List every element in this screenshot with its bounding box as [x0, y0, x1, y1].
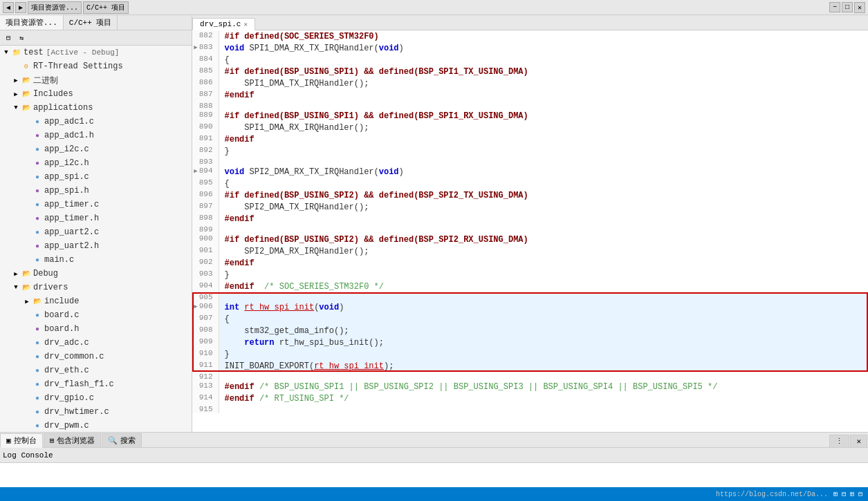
line-code-896: #if defined(BSP_USING_SPI2) && defined(B… [219, 189, 868, 201]
line-code-892: } [219, 145, 868, 157]
tree-label-drv-adcc: drv_adc.c [44, 338, 89, 348]
code-token: stm32_get_dma_info(); [225, 326, 349, 336]
window-restore[interactable]: □ [842, 2, 853, 12]
code-tab-drv-spi[interactable]: drv_spi.c ✕ [192, 18, 255, 30]
tree-item-app-i2ch[interactable]: ●app_i2c.h [0, 156, 192, 170]
line-number-909: 909 [192, 337, 219, 348]
file-icon-drv-hwtimerc: ● [32, 406, 43, 417]
file-icon-drv-gpioc: ● [32, 393, 43, 404]
code-line-904: 904#endif /* SOC_SERIES_STM32F0 */ [192, 281, 868, 292]
code-token: } [225, 270, 230, 280]
tree-item-drivers[interactable]: ▼ 📂 drivers [0, 281, 192, 294]
bottom-tab-console[interactable]: ▣ 控制台 [0, 433, 43, 448]
bottom-view-menu-btn[interactable]: ⋮ [829, 435, 849, 447]
tree-item-boardh[interactable]: ●board.h [0, 322, 192, 336]
fold-arrow-883[interactable]: ▶ [194, 44, 197, 51]
arrow-test[interactable]: ▼ [1, 49, 11, 56]
tree-label-app-adc1h: app_adc1.h [44, 131, 94, 140]
tree-item-binary[interactable]: ▶ 📂 二进制 [0, 73, 192, 87]
arrow-debug[interactable]: ▶ [11, 270, 21, 278]
link-editor-btn[interactable]: ⇆ [16, 32, 27, 44]
line-code-911: INIT_BOARD_EXPORT(rt_hw_spi_init); [219, 360, 868, 372]
window-minimize[interactable]: − [829, 2, 840, 12]
tree-item-boardc[interactable]: ●board.c [0, 308, 192, 322]
file-icon-app-timerh: ● [32, 213, 43, 224]
bottom-close-btn[interactable]: ✕ [850, 435, 867, 447]
code-token: ( [374, 167, 379, 177]
sidebar-tab-explorer[interactable]: 项目资源管... [0, 15, 64, 30]
code-token: SPI1_DMA_RX_IRQHandler(); [225, 123, 369, 133]
arrow-drivers[interactable]: ▼ [11, 284, 21, 291]
status-url: https://blog.csdn.net/Da... [716, 491, 828, 498]
tree-item-drv-flash-f1c[interactable]: ●drv_flash_f1.c [0, 377, 192, 391]
tree-item-app-timerc[interactable]: ●app_timer.c [0, 198, 192, 211]
bottom-panel: ▣ 控制台 ⊞ 包含浏览器 🔍 搜索 ⋮ ✕ Log Console [0, 432, 868, 487]
line-number-908: 908 [192, 325, 219, 337]
line-code-912 [219, 372, 868, 381]
sidebar-tree[interactable]: ▼ 📁 test [Active - Debug] ⚙ RT-Thread Se… [0, 46, 192, 432]
bottom-search-icon: 🔍 [108, 436, 118, 445]
tree-item-app-i2cc[interactable]: ●app_i2c.c [0, 142, 192, 156]
tree-item-rtt-settings[interactable]: ⚙ RT-Thread Settings [0, 59, 192, 73]
collapse-all-btn[interactable]: ⊟ [3, 32, 14, 44]
tree-item-drv-hwtimerc[interactable]: ●drv_hwtimer.c [0, 405, 192, 419]
code-line-912: 912 [192, 372, 868, 381]
bottom-content-area[interactable] [0, 463, 868, 487]
code-line-900: 900#if defined(BSP_USING_SPI2) && define… [192, 234, 868, 245]
tree-item-app-adc1c[interactable]: ●app_adc1.c [0, 115, 192, 129]
tree-item-app-spic[interactable]: ●app_spi.c [0, 170, 192, 184]
file-icon-app-i2cc: ● [32, 144, 43, 155]
line-number-885: 885 [192, 66, 219, 77]
arrow-include-folder[interactable]: ▶ [22, 298, 32, 305]
tree-item-app-uart2h[interactable]: ●app_uart2.h [0, 239, 192, 253]
tree-item-drv-gpioc[interactable]: ●drv_gpio.c [0, 391, 192, 405]
tree-item-app-timerh[interactable]: ●app_timer.h [0, 211, 192, 225]
code-content[interactable]: 882#if defined(SOC_SERIES_STM32F0)▶883vo… [192, 30, 868, 432]
tree-root-test[interactable]: ▼ 📁 test [Active - Debug] [0, 46, 192, 59]
fold-arrow-906[interactable]: ▶ [194, 303, 197, 310]
tree-item-app-uart2c[interactable]: ●app_uart2.c [0, 225, 192, 239]
window-close[interactable]: ✕ [854, 2, 865, 13]
file-icon-drv-flash-f1c: ● [32, 379, 43, 390]
arrow-includes[interactable]: ▶ [11, 91, 21, 98]
tree-label-includes: Includes [33, 89, 73, 99]
tree-item-includes[interactable]: ▶ 📂 Includes [0, 87, 192, 101]
code-token: #if defined(BSP_USING_SPI1) && defined(B… [225, 67, 528, 77]
tree-item-drv-pwmc[interactable]: ●drv_pwm.c [0, 419, 192, 432]
file-icon-drv-ethc: ● [32, 365, 43, 376]
code-line-886: 886 SPI1_DMA_TX_IRQHandler(); [192, 77, 868, 89]
tree-item-debug[interactable]: ▶ 📂 Debug [0, 267, 192, 281]
line-code-888 [219, 101, 868, 110]
tree-item-mainc[interactable]: ●main.c [0, 253, 192, 267]
line-code-899 [219, 225, 868, 234]
tree-item-drv-ethc[interactable]: ●drv_eth.c [0, 363, 192, 377]
code-tabs: drv_spi.c ✕ [192, 15, 868, 30]
file-icon-boardh: ● [32, 323, 43, 334]
code-line-911: 911INIT_BOARD_EXPORT(rt_hw_spi_init); [192, 360, 868, 372]
line-number-895: 895 [192, 178, 219, 189]
tree-item-applications[interactable]: ▼ 📂 applications [0, 101, 192, 115]
code-line-910: 910} [192, 348, 868, 360]
fold-arrow-894[interactable]: ▶ [194, 168, 197, 175]
code-token: void [379, 167, 399, 177]
code-token: } [225, 146, 230, 156]
code-token: INIT_BOARD_EXPORT( [225, 361, 315, 371]
tree-item-include-folder[interactable]: ▶📂include [0, 294, 192, 308]
arrow-applications[interactable]: ▼ [11, 104, 21, 111]
tree-item-app-adc1h[interactable]: ●app_adc1.h [0, 129, 192, 142]
sidebar-tab-cpp[interactable]: C/C++ 项目 [64, 15, 118, 30]
arrow-binary[interactable]: ▶ [11, 77, 21, 84]
bottom-tab-include-browser[interactable]: ⊞ 包含浏览器 [44, 433, 102, 447]
bottom-tab-search[interactable]: 🔍 搜索 [102, 433, 142, 447]
cpp-project-tab[interactable]: C/C++ 项目 [83, 1, 129, 14]
code-token: SPI2_DMA_RX_TX_IRQHandler [250, 167, 374, 177]
project-explorer-tab[interactable]: 项目资源管... [28, 1, 82, 14]
toolbar-btn-back[interactable]: ◀ [3, 2, 14, 13]
tree-item-drv-adcc[interactable]: ●drv_adc.c [0, 336, 192, 350]
toolbar-btn-forward[interactable]: ▶ [15, 2, 26, 13]
line-code-905 [219, 292, 868, 301]
tree-item-app-spih[interactable]: ●app_spi.h [0, 184, 192, 198]
close-tab-icon[interactable]: ✕ [243, 21, 247, 28]
line-code-907: { [219, 313, 868, 325]
tree-item-drv-commonc[interactable]: ●drv_common.c [0, 350, 192, 363]
